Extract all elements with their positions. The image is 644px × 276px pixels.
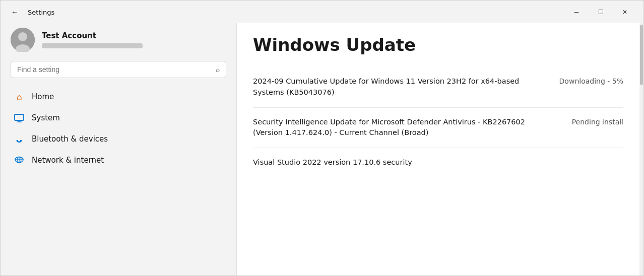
account-section[interactable]: Test Account [7,23,230,59]
account-email-bar [42,43,143,48]
window-title: Settings [28,9,54,16]
sidebar-item-bluetooth-label: Bluetooth & devices [32,134,108,144]
close-button[interactable]: ✕ [613,4,636,20]
sidebar-item-network-label: Network & internet [32,156,104,165]
svg-rect-3 [15,114,24,120]
right-panel: Windows Update 2024-09 Cumulative Update… [236,23,639,275]
account-info: Test Account [42,31,226,48]
sidebar-item-bluetooth[interactable]: ᴗ Bluetooth & devices [7,128,230,150]
settings-window: ← Settings ─ ☐ ✕ Test Account [0,0,644,276]
system-icon [14,112,25,123]
network-icon [14,155,25,166]
update-item-3: Visual Studio 2022 version 17.10.6 secur… [253,148,623,177]
search-box[interactable]: ⌕ [11,61,226,78]
sidebar-item-network[interactable]: Network & internet [7,150,230,171]
sidebar: Test Account ⌕ ⌂ Home [1,23,236,275]
back-button[interactable]: ← [8,5,22,19]
update-2-status: Pending install [572,117,623,126]
account-name: Test Account [42,31,226,40]
scrollbar-thumb[interactable] [640,25,643,85]
title-bar-left: ← Settings [8,5,54,19]
title-bar: ← Settings ─ ☐ ✕ [1,1,643,23]
sidebar-item-home-label: Home [32,92,54,101]
maximize-button[interactable]: ☐ [589,4,612,20]
page-title: Windows Update [253,35,623,55]
bluetooth-icon: ᴗ [14,133,25,145]
search-input[interactable] [17,65,212,74]
update-item-1: 2024-09 Cumulative Update for Windows 11… [253,67,623,107]
avatar-icon [11,28,35,52]
avatar [11,28,35,52]
svg-point-1 [18,32,27,41]
svg-rect-4 [18,121,21,122]
scrollbar-track [639,23,643,275]
update-list: 2024-09 Cumulative Update for Windows 11… [253,67,623,177]
svg-rect-5 [17,122,22,122]
sidebar-item-system[interactable]: System [7,107,230,128]
update-1-description: 2024-09 Cumulative Update for Windows 11… [253,76,535,98]
home-icon: ⌂ [14,91,25,102]
minimize-button[interactable]: ─ [565,4,588,20]
sidebar-item-system-label: System [32,113,60,122]
update-1-status: Downloading - 5% [559,76,623,85]
update-2-description: Security Intelligence Update for Microso… [253,117,535,139]
main-content: Test Account ⌕ ⌂ Home [1,23,643,275]
sidebar-item-home[interactable]: ⌂ Home [7,86,230,107]
update-item-2: Security Intelligence Update for Microso… [253,107,623,148]
window-controls: ─ ☐ ✕ [565,4,636,20]
search-icon: ⌕ [216,65,220,74]
update-3-description: Visual Studio 2022 version 17.10.6 secur… [253,157,422,168]
